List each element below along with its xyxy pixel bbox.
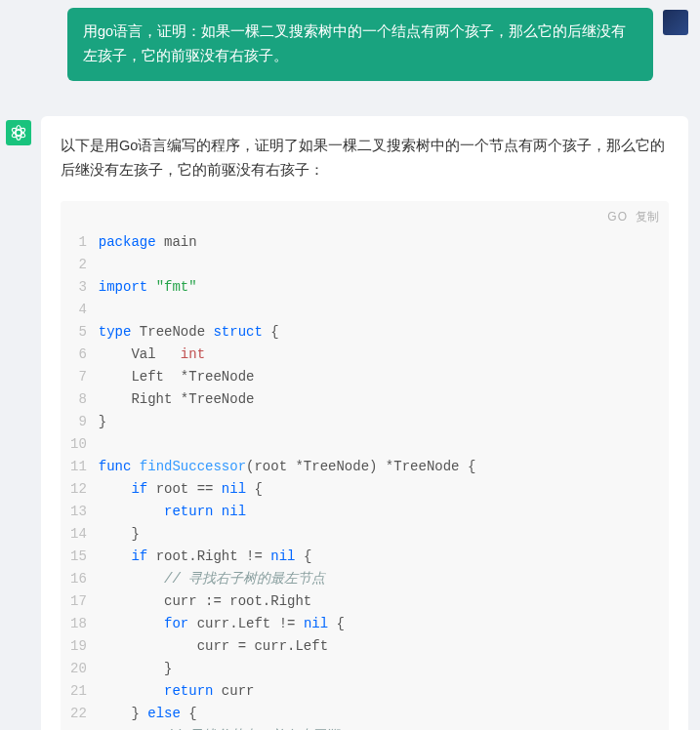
code-block: GO 复制 1234567891011121314151617181920212…: [61, 201, 669, 731]
code-line: func findSuccessor(root *TreeNode) *Tree…: [99, 456, 669, 478]
line-number: 10: [70, 433, 87, 456]
code-line: }: [99, 658, 669, 680]
code-line: type TreeNode struct {: [99, 321, 669, 344]
line-number: 3: [70, 276, 87, 299]
code-line: Left *TreeNode: [99, 366, 669, 388]
code-line: curr = curr.Left: [99, 635, 669, 658]
code-line: [99, 254, 669, 276]
code-line: for curr.Left != nil {: [99, 613, 669, 635]
code-line: }: [99, 523, 669, 546]
code-line: // 寻找右子树的最左节点: [99, 568, 669, 590]
assistant-message: 以下是用Go语言编写的程序，证明了如果一棵二叉搜索树中的一个节点有两个孩子，那么…: [41, 116, 688, 730]
line-number: 12: [70, 478, 87, 501]
code-line: return nil: [99, 501, 669, 523]
code-line: } else {: [99, 703, 669, 725]
code-line: if root.Right != nil {: [99, 546, 669, 568]
user-message: 用go语言，证明：如果一棵二叉搜索树中的一个结点有两个孩子，那么它的后继没有左孩…: [67, 8, 653, 81]
line-number: 21: [70, 680, 87, 703]
user-avatar: [663, 10, 688, 35]
assistant-intro: 以下是用Go语言编写的程序，证明了如果一棵二叉搜索树中的一个节点有两个孩子，那么…: [61, 134, 669, 183]
line-number: 16: [70, 568, 87, 590]
line-number: 5: [70, 321, 87, 344]
line-number: 4: [70, 299, 87, 321]
code-line: [99, 433, 669, 456]
line-numbers-gutter: 123456789101112131415161718192021222324: [61, 231, 99, 731]
line-number: 17: [70, 590, 87, 613]
line-number: 13: [70, 501, 87, 523]
line-number: 23: [70, 725, 87, 731]
code-line: }: [99, 411, 669, 433]
code-lines[interactable]: package main import "fmt" type TreeNode …: [99, 231, 669, 731]
line-number: 9: [70, 411, 87, 433]
code-line: Right *TreeNode: [99, 388, 669, 411]
code-line: package main: [99, 231, 669, 254]
line-number: 19: [70, 635, 87, 658]
code-line: // 寻找父节点，并向上回溯: [99, 725, 669, 731]
svg-point-2: [16, 125, 21, 140]
code-line: curr := root.Right: [99, 590, 669, 613]
line-number: 22: [70, 703, 87, 725]
line-number: 18: [70, 613, 87, 635]
copy-button[interactable]: 复制: [636, 207, 659, 227]
line-number: 1: [70, 231, 87, 254]
line-number: 6: [70, 344, 87, 366]
code-line: return curr: [99, 680, 669, 703]
assistant-avatar: [6, 120, 31, 145]
line-number: 8: [70, 388, 87, 411]
line-number: 14: [70, 523, 87, 546]
ai-icon: [10, 124, 27, 142]
line-number: 11: [70, 456, 87, 478]
line-number: 20: [70, 658, 87, 680]
code-language-label: GO: [607, 207, 628, 227]
line-number: 15: [70, 546, 87, 568]
code-line: import "fmt": [99, 276, 669, 299]
code-line: [99, 299, 669, 321]
line-number: 2: [70, 254, 87, 276]
code-line: Val int: [99, 344, 669, 366]
code-line: if root == nil {: [99, 478, 669, 501]
line-number: 7: [70, 366, 87, 388]
